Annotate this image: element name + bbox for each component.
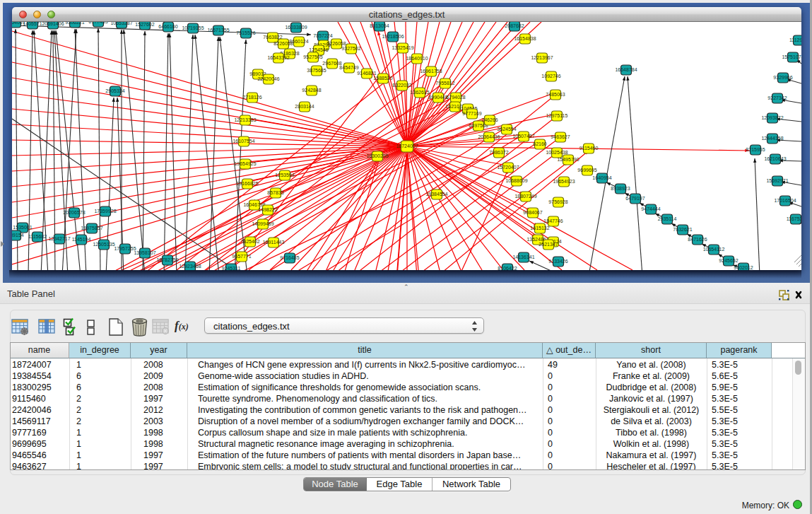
svg-text:8215955: 8215955 xyxy=(746,147,765,152)
svg-text:9115460: 9115460 xyxy=(579,146,599,151)
svg-text:18724007: 18724007 xyxy=(396,144,418,148)
svg-text:2905334: 2905334 xyxy=(105,88,124,93)
svg-text:10719155: 10719155 xyxy=(182,25,204,30)
svg-text:7955812: 7955812 xyxy=(435,81,454,86)
svg-text:13325419: 13325419 xyxy=(392,45,413,50)
svg-text:2521347: 2521347 xyxy=(539,242,558,247)
svg-text:12444158: 12444158 xyxy=(761,136,783,141)
svg-text:19166825: 19166825 xyxy=(236,181,258,186)
svg-text:9756928: 9756928 xyxy=(548,199,567,204)
svg-text:16210643: 16210643 xyxy=(764,156,786,161)
svg-text:19975857: 19975857 xyxy=(81,226,102,230)
svg-text:6794028: 6794028 xyxy=(446,95,465,100)
svg-text:19218506: 19218506 xyxy=(382,34,404,39)
svg-text:10553287: 10553287 xyxy=(110,22,132,25)
svg-text:7485063: 7485063 xyxy=(546,92,565,97)
svg-text:16033809: 16033809 xyxy=(285,25,307,30)
svg-text:8813054: 8813054 xyxy=(370,23,389,28)
svg-text:6177453: 6177453 xyxy=(88,22,107,24)
svg-text:9657771: 9657771 xyxy=(232,254,251,259)
svg-text:2718126: 2718126 xyxy=(242,95,261,100)
svg-text:15720407: 15720407 xyxy=(497,165,519,170)
svg-text:1405571: 1405571 xyxy=(23,22,42,26)
svg-text:19654925: 19654925 xyxy=(234,161,256,166)
svg-text:15495790: 15495790 xyxy=(557,157,579,162)
svg-text:9245311: 9245311 xyxy=(222,266,241,270)
svg-text:746266: 746266 xyxy=(481,117,498,122)
svg-text:15751074: 15751074 xyxy=(782,54,801,59)
svg-text:6466160: 6466160 xyxy=(158,24,177,29)
svg-text:16961758: 16961758 xyxy=(420,69,442,74)
svg-text:1615132: 1615132 xyxy=(530,226,549,230)
svg-text:8454749: 8454749 xyxy=(339,65,358,70)
svg-text:9463627: 9463627 xyxy=(551,134,570,139)
svg-text:18300295: 18300295 xyxy=(366,153,388,158)
svg-text:10654112: 10654112 xyxy=(703,247,725,252)
svg-text:1498222: 1498222 xyxy=(258,207,277,212)
svg-text:8471626: 8471626 xyxy=(688,237,707,242)
svg-text:9084067: 9084067 xyxy=(523,210,542,215)
svg-text:15692971: 15692971 xyxy=(766,178,788,183)
svg-text:1167533: 1167533 xyxy=(787,216,801,221)
svg-text:16648784: 16648784 xyxy=(615,67,637,72)
svg-text:16782759: 16782759 xyxy=(156,257,178,262)
svg-text:8322032: 8322032 xyxy=(392,83,411,88)
svg-text:7857224: 7857224 xyxy=(313,33,332,38)
svg-text:10025438: 10025438 xyxy=(546,150,567,155)
svg-text:12923468: 12923468 xyxy=(179,264,201,269)
svg-text:2087682: 2087682 xyxy=(505,23,524,28)
svg-text:939154: 939154 xyxy=(12,233,24,238)
svg-text:8938923: 8938923 xyxy=(611,186,630,191)
svg-text:10507487: 10507487 xyxy=(512,134,534,139)
svg-text:9327502: 9327502 xyxy=(341,46,360,51)
svg-text:9474444: 9474444 xyxy=(641,206,660,211)
svg-text:62160: 62160 xyxy=(533,141,547,146)
svg-text:6479197: 6479197 xyxy=(625,196,645,201)
svg-text:13958107: 13958107 xyxy=(134,250,155,255)
svg-text:12342717: 12342717 xyxy=(48,236,70,241)
svg-text:18640910: 18640910 xyxy=(406,56,428,61)
svg-text:18807249: 18807249 xyxy=(514,194,536,199)
svg-text:7632621: 7632621 xyxy=(673,227,692,232)
svg-text:9777169: 9777169 xyxy=(462,111,481,116)
svg-text:1535001: 1535001 xyxy=(13,225,32,230)
svg-text:3875685: 3875685 xyxy=(307,68,326,73)
svg-text:12213383: 12213383 xyxy=(234,117,256,122)
svg-text:17016504: 17016504 xyxy=(774,198,796,203)
svg-text:1588520: 1588520 xyxy=(373,76,392,81)
svg-text:9245652: 9245652 xyxy=(719,258,738,263)
svg-text:1253594: 1253594 xyxy=(275,173,294,177)
svg-text:17359928: 17359928 xyxy=(94,209,116,214)
svg-text:14136141: 14136141 xyxy=(512,255,534,259)
svg-text:9227342: 9227342 xyxy=(767,95,787,100)
svg-text:20364436: 20364436 xyxy=(478,134,500,139)
svg-text:9146821: 9146821 xyxy=(357,71,376,76)
svg-text:16154838: 16154838 xyxy=(514,36,536,41)
svg-text:1362615: 1362615 xyxy=(410,90,429,95)
svg-text:1640954: 1640954 xyxy=(592,175,611,180)
svg-text:3624554: 3624554 xyxy=(497,127,516,132)
svg-text:1527602: 1527602 xyxy=(135,22,154,27)
svg-text:1092746: 1092746 xyxy=(541,74,560,78)
svg-text:19384554: 19384554 xyxy=(425,192,447,197)
svg-text:20206578: 20206578 xyxy=(63,210,85,215)
svg-text:1254546: 1254546 xyxy=(309,47,328,52)
svg-text:9242848: 9242848 xyxy=(302,88,321,93)
svg-text:9402012: 9402012 xyxy=(734,265,753,270)
svg-text:9716485: 9716485 xyxy=(280,255,299,260)
svg-text:12505135: 12505135 xyxy=(93,242,114,247)
svg-text:16671355: 16671355 xyxy=(207,28,229,33)
svg-text:1112964: 1112964 xyxy=(789,37,801,42)
svg-text:1847746: 1847746 xyxy=(543,218,563,223)
svg-text:12213967: 12213967 xyxy=(531,55,553,60)
svg-text:1115682: 1115682 xyxy=(28,234,47,239)
svg-text:8106422: 8106422 xyxy=(498,266,517,270)
svg-text:16911443: 16911443 xyxy=(263,240,285,245)
svg-text:16543392: 16543392 xyxy=(267,55,289,60)
svg-text:9329966: 9329966 xyxy=(773,75,792,80)
svg-text:7515526: 7515526 xyxy=(236,30,255,35)
svg-text:16046798: 16046798 xyxy=(243,202,265,207)
svg-text:10688609: 10688609 xyxy=(505,178,527,183)
svg-text:19654923: 19654923 xyxy=(553,179,575,184)
svg-text:8990448: 8990448 xyxy=(428,95,447,100)
